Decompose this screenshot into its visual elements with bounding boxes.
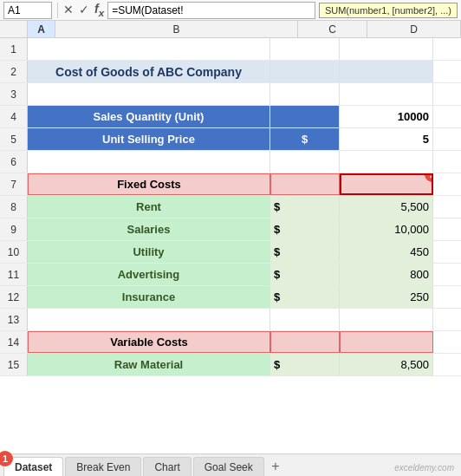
cell-c12-dollar[interactable]: $ (270, 286, 340, 308)
cell-b12-insurance[interactable]: Insurance (28, 286, 270, 308)
table-row: 1 (0, 38, 461, 61)
cell-d11-advertising-value[interactable]: 800 (340, 264, 433, 285)
table-row: 8 Rent $ 5,500 (0, 196, 461, 218)
row-num-5: 5 (0, 128, 28, 150)
raw-material-value: 8,500 (400, 358, 429, 371)
grid-body: 1 2 Cost of Goods of ABC Company 3 4 Sal… (0, 38, 461, 453)
tab-dataset-label: Dataset (15, 461, 52, 473)
cell-d6[interactable] (340, 151, 433, 173)
row-num-15: 15 (0, 354, 28, 375)
cell-b4-sales-qty[interactable]: Sales Quantity (Unit) (28, 106, 270, 127)
cell-c14[interactable] (270, 331, 340, 353)
cell-c4[interactable] (270, 106, 340, 127)
table-row: 4 Sales Quantity (Unit) 10000 (0, 106, 461, 128)
add-sheet-button[interactable]: + (266, 457, 285, 476)
cell-b11-advertising[interactable]: Advertising (28, 264, 270, 285)
fixed-costs-header-label: Fixed Costs (117, 178, 181, 191)
cell-b8-rent[interactable]: Rent (28, 196, 270, 218)
table-row: 14 Variable Costs (0, 331, 461, 354)
cell-d7[interactable]: 2 (340, 173, 433, 195)
table-row: 3 (0, 83, 461, 106)
cell-b6[interactable] (28, 151, 270, 173)
watermark: exceldemy.com (394, 463, 454, 473)
cell-b3[interactable] (28, 83, 270, 105)
cell-d8-rent-value[interactable]: 5,500 (340, 196, 433, 218)
tab-dataset[interactable]: Dataset 1 (3, 457, 63, 476)
cell-b7-fixed-costs-header[interactable]: Fixed Costs (28, 173, 270, 195)
column-headers: A B C D (0, 21, 461, 38)
cell-c6[interactable] (270, 151, 340, 173)
cell-d15-raw-material-value[interactable]: 8,500 (340, 354, 433, 375)
cell-reference-box[interactable]: A1 (3, 2, 52, 19)
cell-d2[interactable] (340, 61, 433, 82)
salaries-value: 10,000 (394, 223, 429, 236)
row-num-14: 14 (0, 331, 28, 353)
row-num-13: 13 (0, 309, 28, 330)
utility-label: Utility (133, 245, 164, 258)
cell-d12-insurance-value[interactable]: 250 (340, 286, 433, 308)
cell-c2[interactable] (270, 61, 340, 82)
cell-d4-sales-qty-value[interactable]: 10000 (340, 106, 433, 127)
tab-chart[interactable]: Chart (143, 457, 191, 476)
cell-d3[interactable] (340, 83, 433, 105)
confirm-icon[interactable]: ✓ (79, 3, 89, 16)
cancel-icon[interactable]: ✕ (63, 3, 74, 16)
rent-label: Rent (136, 200, 161, 213)
cell-c5-dollar[interactable]: $ (270, 128, 340, 150)
col-header-d[interactable]: D (367, 21, 461, 37)
badge-2: 2 (425, 173, 433, 182)
cell-d14[interactable] (340, 331, 433, 353)
row-num-11: 11 (0, 264, 28, 285)
cell-c10-dollar[interactable]: $ (270, 241, 340, 263)
cell-b10-utility[interactable]: Utility (28, 241, 270, 263)
table-row: 7 Fixed Costs 2 (0, 173, 461, 196)
cell-c13[interactable] (270, 309, 340, 330)
cell-b1[interactable] (28, 38, 270, 60)
cell-b14-var-costs-header[interactable]: Variable Costs (28, 331, 270, 353)
col-header-c[interactable]: C (298, 21, 367, 37)
cell-b13[interactable] (28, 309, 270, 330)
rent-value: 5,500 (400, 200, 429, 213)
cell-d1[interactable] (340, 38, 433, 60)
col-header-a[interactable]: A (28, 21, 55, 37)
row-num-2: 2 (0, 61, 28, 82)
fx-icon[interactable]: fx (94, 2, 104, 18)
table-row: 5 Unit Selling Price $ 5 (0, 128, 461, 151)
formula-input[interactable]: =SUM(Dataset! (107, 2, 315, 19)
col-header-b[interactable]: B (55, 21, 298, 37)
advertising-label: Advertising (118, 268, 180, 281)
cell-b2[interactable]: Cost of Goods of ABC Company (28, 61, 270, 82)
cell-b5-unit-price[interactable]: Unit Selling Price (28, 128, 270, 150)
insurance-value: 250 (410, 290, 429, 303)
tab-break-even[interactable]: Break Even (65, 457, 141, 476)
variable-costs-header-label: Variable Costs (110, 336, 188, 349)
table-row: 10 Utility $ 450 (0, 241, 461, 264)
salaries-label: Salaries (127, 223, 171, 236)
table-row: 2 Cost of Goods of ABC Company (0, 61, 461, 83)
cell-b9-salaries[interactable]: Salaries (28, 218, 270, 240)
table-row: 9 Salaries $ 10,000 (0, 218, 461, 241)
cell-c3[interactable] (270, 83, 340, 105)
table-row: 6 (0, 151, 461, 173)
row-num-12: 12 (0, 286, 28, 308)
row-num-9: 9 (0, 218, 28, 240)
utility-value: 450 (410, 245, 429, 258)
cell-c15-dollar[interactable]: $ (270, 354, 340, 375)
cell-c1[interactable] (270, 38, 340, 60)
cell-d10-utility-value[interactable]: 450 (340, 241, 433, 263)
formula-tooltip: SUM(number1, [number2], ...) (319, 3, 458, 18)
cell-c8-dollar[interactable]: $ (270, 196, 340, 218)
tooltip-text: SUM(number1, [number2], ...) (325, 5, 451, 16)
cell-c9-dollar[interactable]: $ (270, 218, 340, 240)
cell-c11-dollar[interactable]: $ (270, 264, 340, 285)
cell-d9-salaries-value[interactable]: 10,000 (340, 218, 433, 240)
cell-ref-label: A1 (8, 4, 21, 16)
cell-d13[interactable] (340, 309, 433, 330)
col-header-rownum (0, 21, 28, 37)
tab-goal-seek-label: Goal Seek (205, 461, 253, 473)
tab-goal-seek[interactable]: Goal Seek (193, 457, 264, 476)
tab-bar: Dataset 1 Break Even Chart Goal Seek + e… (0, 453, 461, 476)
cell-d5-unit-price-value[interactable]: 5 (340, 128, 433, 150)
cell-b15-raw-material[interactable]: Raw Material (28, 354, 270, 375)
cell-c7[interactable] (270, 173, 340, 195)
